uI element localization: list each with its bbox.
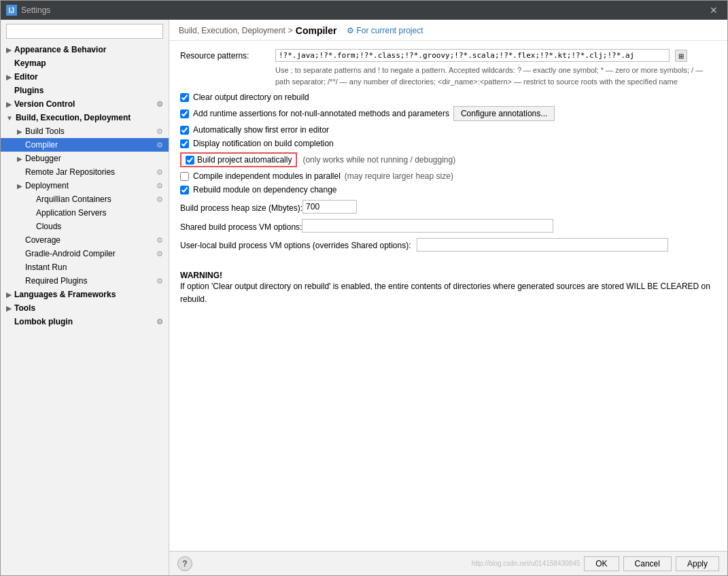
- sidebar-item-tools[interactable]: ▶Tools: [1, 301, 169, 315]
- checkbox-clear-output[interactable]: [180, 93, 189, 102]
- checkbox-label-compile-parallel[interactable]: Compile independent modules in parallel: [193, 171, 341, 181]
- sidebar-item-label: Arquillian Containers: [36, 194, 154, 204]
- right-panel: Build, Execution, Deployment > Compiler …: [169, 20, 727, 575]
- resource-patterns-label: Resource patterns:: [180, 49, 275, 61]
- apply-button[interactable]: Apply: [676, 556, 719, 571]
- configure-annotations-button[interactable]: Configure annotations...: [453, 106, 555, 121]
- sidebar-item-lombok[interactable]: ▶Lombok plugin⚙: [1, 315, 169, 328]
- gear-icon: ⚙: [156, 100, 163, 109]
- gear-icon: ⚙: [156, 318, 163, 326]
- gear-icon: ⚙: [156, 236, 163, 245]
- heap-size-label: Build process heap size (Mbytes):: [180, 201, 302, 213]
- resource-patterns-row: Resource patterns: ⊞ Use ; to separate p…: [180, 49, 716, 87]
- watermark: http://blog.csdn.net/u014158430845: [472, 560, 580, 567]
- sidebar-item-label: Languages & Frameworks: [14, 290, 163, 299]
- checkbox-rebuild-dependency[interactable]: [180, 186, 189, 194]
- search-input[interactable]: [11, 27, 158, 36]
- resource-patterns-value: ⊞ Use ; to separate patterns and ! to ne…: [275, 49, 716, 87]
- gear-icon: ⚙: [156, 168, 163, 177]
- sidebar-item-keymap[interactable]: ▶Keymap: [1, 56, 169, 70]
- gear-icon: ⚙: [156, 141, 163, 150]
- user-vm-row: User-local build process VM options (ove…: [180, 238, 716, 252]
- sidebar-item-build-exec-deploy[interactable]: ▼Build, Execution, Deployment: [1, 111, 169, 124]
- sidebar-item-build-tools[interactable]: ▶Build Tools⚙: [1, 124, 169, 138]
- help-button[interactable]: ?: [177, 556, 192, 571]
- heap-size-input[interactable]: [302, 200, 357, 214]
- checkbox-label-build-auto[interactable]: Build project automatically: [197, 155, 292, 165]
- checkbox-compile-parallel[interactable]: [180, 172, 189, 181]
- checkbox-label-runtime-assertions[interactable]: Add runtime assertions for not-null-anno…: [193, 109, 449, 118]
- checkbox-note-compile-parallel: (may require larger heap size): [345, 171, 453, 181]
- sidebar-item-instant-run[interactable]: ▶Instant Run: [1, 260, 169, 274]
- checkbox-show-first-error[interactable]: [180, 126, 189, 135]
- checkbox-row-build-auto: Build project automatically (only works …: [180, 152, 716, 167]
- sidebar-item-label: Build, Execution, Deployment: [16, 113, 163, 122]
- gear-icon: ⚙: [156, 182, 163, 190]
- tree-container: ▶Appearance & Behavior▶Keymap▶Editor▶Plu…: [1, 43, 169, 328]
- checkbox-label-display-notification[interactable]: Display notification on build completion: [193, 139, 334, 148]
- gear-icon: ⚙: [156, 250, 163, 258]
- heap-size-row: Build process heap size (Mbytes):: [180, 200, 716, 214]
- sidebar-item-required-plugins[interactable]: ▶Required Plugins⚙: [1, 274, 169, 288]
- arrow-icon: ▶: [17, 155, 22, 163]
- sidebar-item-label: Keymap: [14, 58, 163, 68]
- window-title: Settings: [21, 5, 50, 15]
- sidebar-item-clouds[interactable]: ▶Clouds: [1, 220, 169, 233]
- sidebar-item-label: Remote Jar Repositories: [25, 167, 154, 177]
- user-vm-input[interactable]: [417, 238, 668, 252]
- arrow-icon: ▶: [6, 46, 12, 54]
- app-icon: IJ: [6, 5, 17, 16]
- sidebar-item-label: Compiler: [25, 140, 154, 150]
- checkbox-label-clear-output[interactable]: Clear output directory on rebuild: [193, 92, 309, 102]
- sidebar-item-gradle-android[interactable]: ▶Gradle-Android Compiler⚙: [1, 247, 169, 260]
- sidebar-item-editor[interactable]: ▶Editor: [1, 70, 169, 84]
- checkbox-display-notification[interactable]: [180, 139, 189, 148]
- resource-patterns-browse-icon[interactable]: ⊞: [675, 50, 687, 62]
- shared-vm-input[interactable]: [302, 219, 553, 233]
- project-link[interactable]: ⚙ For current project: [347, 26, 423, 35]
- warning-title: WARNING!: [180, 271, 716, 280]
- close-button[interactable]: ✕: [706, 3, 722, 17]
- checkbox-build-auto[interactable]: [186, 156, 194, 165]
- sidebar-item-arquillian[interactable]: ▶Arquillian Containers⚙: [1, 192, 169, 206]
- gear-icon: ⚙: [156, 195, 163, 204]
- sidebar-item-languages-frameworks[interactable]: ▶Languages & Frameworks: [1, 288, 169, 301]
- sidebar-item-label: Appearance & Behavior: [14, 45, 163, 54]
- title-bar: IJ Settings ✕: [1, 1, 727, 20]
- checkbox-label-rebuild-dependency[interactable]: Rebuild module on dependency change: [193, 185, 337, 194]
- resource-patterns-input[interactable]: [275, 49, 670, 62]
- shared-vm-label: Shared build process VM options:: [180, 220, 302, 232]
- gear-icon: ⚙: [156, 127, 163, 136]
- sidebar-item-appearance[interactable]: ▶Appearance & Behavior: [1, 43, 169, 56]
- checkbox-row-show-first-error: Automatically show first error in editor: [180, 125, 716, 135]
- ok-button[interactable]: OK: [584, 556, 619, 571]
- sidebar-item-version-control[interactable]: ▶Version Control⚙: [1, 97, 169, 111]
- title-bar-left: IJ Settings: [6, 5, 50, 16]
- checkbox-note-build-auto: (only works while not running / debuggin…: [302, 155, 455, 165]
- action-buttons: http://blog.csdn.net/u014158430845 OK Ca…: [472, 556, 719, 571]
- sidebar-item-plugins[interactable]: ▶Plugins: [1, 84, 169, 97]
- sidebar-item-label: Build Tools: [25, 126, 154, 136]
- sidebar-item-label: Required Plugins: [25, 276, 154, 286]
- cancel-button[interactable]: Cancel: [623, 556, 672, 571]
- settings-window: IJ Settings ✕ ▶Appearance & Behavior▶Key…: [0, 0, 728, 576]
- sidebar-item-remote-jar[interactable]: ▶Remote Jar Repositories⚙: [1, 165, 169, 179]
- breadcrumb: Build, Execution, Deployment > Compiler …: [179, 25, 718, 36]
- sidebar-item-deployment[interactable]: ▶Deployment⚙: [1, 179, 169, 192]
- sidebar-item-debugger[interactable]: ▶Debugger: [1, 152, 169, 165]
- sidebar-item-label: Deployment: [25, 181, 154, 190]
- sidebar-item-compiler[interactable]: ▶Compiler⚙: [1, 138, 169, 152]
- sidebar-item-label: Debugger: [25, 154, 163, 163]
- sidebar-item-app-servers[interactable]: ▶Application Servers: [1, 206, 169, 220]
- warning-section: WARNING! If option 'Clear output directo…: [180, 265, 716, 311]
- panel-title: Compiler: [296, 25, 337, 36]
- sidebar-item-label: Instant Run: [25, 262, 163, 272]
- checkbox-row-rebuild-dependency: Rebuild module on dependency change: [180, 185, 716, 194]
- search-box[interactable]: [6, 24, 163, 39]
- arrow-icon: ▶: [6, 291, 12, 299]
- checkbox-runtime-assertions[interactable]: [180, 109, 189, 118]
- checkbox-label-show-first-error[interactable]: Automatically show first error in editor: [193, 125, 329, 135]
- sidebar-item-coverage[interactable]: ▶Coverage⚙: [1, 233, 169, 247]
- sidebar-item-label: Application Servers: [36, 208, 163, 218]
- sidebar-item-label: Gradle-Android Compiler: [25, 249, 154, 258]
